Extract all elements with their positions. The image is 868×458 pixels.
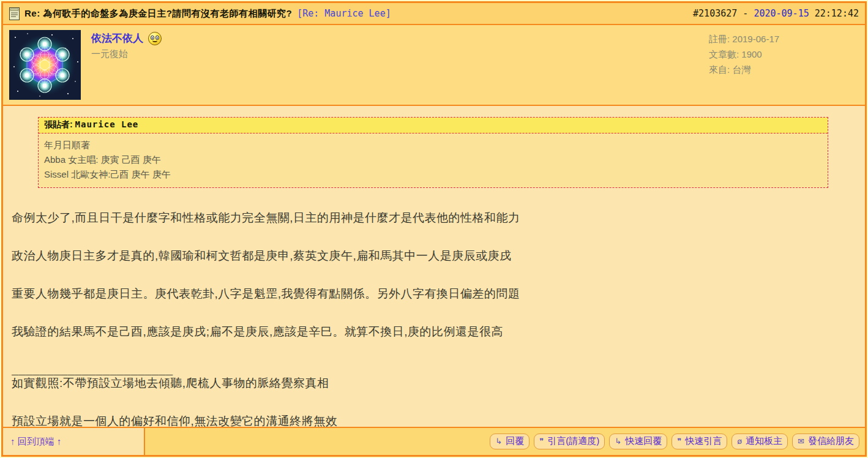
quote-button-label: 引言(請適度) [547, 435, 599, 447]
quote-line: Sissel 北歐女神:己酉 庚午 庚午 [44, 167, 822, 182]
reply-button[interactable]: ↳回覆 [490, 434, 529, 449]
quick-reply-button[interactable]: ↳快速回覆 [609, 434, 667, 449]
post-id: #2103627 - [693, 8, 754, 19]
post-date: 2020-09-15 [754, 8, 809, 19]
post-note-icon [9, 7, 20, 20]
user-post-count: 文章數: 1900 [709, 47, 859, 62]
quote-icon: ❞ [539, 437, 544, 446]
signature-separator: _______________________ [12, 362, 828, 374]
post-title: Re: 為何歌手的命盤多為庚金日主?請問有沒有老師有相關研究? [24, 8, 292, 20]
signature-line: 預設立場就是一個人的偏好和信仰,無法改變它的溝通終將無效 [12, 413, 828, 427]
username-link[interactable]: 依法不依人 [91, 31, 143, 45]
quote-box: 張貼者: Maurice Lee 年月日順著 Abba 女主唱: 庚寅 己酉 庚… [38, 117, 828, 188]
user-stats: 註冊: 2019-06-17 文章數: 1900 來自: 台灣 [709, 30, 859, 100]
quote-header: 張貼者: Maurice Lee [39, 118, 828, 133]
reply-icon: ↳ [495, 437, 502, 446]
quote-icon: ❞ [677, 437, 681, 446]
user-registered: 註冊: 2019-06-17 [709, 31, 859, 47]
quote-poster-label: 張貼者: [44, 119, 75, 129]
post-time: 22:12:42 [809, 8, 859, 19]
post-paragraph: 政治人物庚日主多才是真的,韓國瑜和柯文哲都是庚申,蔡英文庚午,扁和馬其中一人是庚… [12, 248, 828, 263]
quote-content: 年月日順著 Abba 女主唱: 庚寅 己酉 庚午 Sissel 北歐女神:己酉 … [39, 133, 828, 187]
post-title-bar: Re: 為何歌手的命盤多為庚金日主?請問有沒有老師有相關研究? [Re: Mau… [3, 3, 865, 25]
quote-button[interactable]: ❞引言(請適度) [534, 434, 605, 449]
smiley-icon [148, 32, 162, 45]
quick-quote-button[interactable]: ❞快速引言 [672, 434, 727, 449]
footer-actions: ↳回覆 ❞引言(請適度) ↳快速回覆 ❞快速引言 ø通知板主 ✉發信給朋友 [145, 428, 865, 455]
user-avatar[interactable] [9, 30, 81, 100]
notify-moderator-button-label: 通知板主 [746, 435, 782, 447]
post-body: 張貼者: Maurice Lee 年月日順著 Abba 女主唱: 庚寅 己酉 庚… [3, 106, 865, 427]
email-friend-button[interactable]: ✉發信給朋友 [792, 434, 859, 449]
email-friend-button-label: 發信給朋友 [808, 435, 854, 447]
user-location: 來自: 台灣 [709, 62, 859, 77]
back-to-top-link[interactable]: ↑ 回到頂端 ↑ [10, 436, 61, 448]
in-reply-to-link[interactable]: [Re: Maurice Lee] [297, 8, 391, 19]
post-footer-bar: ↑ 回到頂端 ↑ ↳回覆 ❞引言(請適度) ↳快速回覆 ❞快速引言 ø通知板主 … [3, 427, 865, 455]
signature-line: 如實觀照:不帶預設立場地去傾聽,爬梳人事物的脈絡覺察真相 [12, 375, 828, 391]
quote-line: Abba 女主唱: 庚寅 己酉 庚午 [44, 152, 822, 167]
email-icon: ✉ [798, 437, 804, 446]
post-frame: Re: 為何歌手的命盤多為庚金日主?請問有沒有老師有相關研究? [Re: Mau… [1, 1, 867, 457]
post-paragraph: 重要人物幾乎都是庚日主。庚代表乾卦,八字是魁罡,我覺得有點關係。另外八字有換日偏… [12, 286, 828, 301]
user-identity: 依法不依人 一元復始 [91, 30, 162, 100]
user-custom-title: 一元復始 [91, 48, 162, 60]
post-paragraph: 我驗證的結果馬不是己酉,應該是庚戌;扁不是庚辰,應該是辛巳。就算不換日,庚的比例… [12, 324, 828, 339]
quote-poster-name: Maurice Lee [75, 119, 139, 129]
footer-left-cell: ↑ 回到頂端 ↑ [3, 428, 145, 455]
post-meta: #2103627 - 2020-09-15 22:12:42 [693, 8, 859, 19]
quick-quote-button-label: 快速引言 [685, 435, 722, 447]
notify-moderator-icon: ø [737, 437, 742, 446]
user-info-row: 依法不依人 一元復始 註冊: 2019-06-17 文章數: 1900 來自: … [3, 25, 865, 106]
quick-reply-button-label: 快速回覆 [625, 435, 662, 447]
post-paragraph: 命例太少了,而且日干是什麼字和性格或能力完全無關,日主的用神是什麼才是代表他的性… [12, 210, 828, 225]
notify-moderator-button[interactable]: ø通知板主 [731, 434, 788, 449]
reply-button-label: 回覆 [506, 435, 524, 447]
forum-page: Re: 為何歌手的命盤多為庚金日主?請問有沒有老師有相關研究? [Re: Mau… [0, 0, 868, 458]
quote-line: 年月日順著 [44, 138, 822, 152]
reply-icon: ↳ [615, 437, 621, 446]
